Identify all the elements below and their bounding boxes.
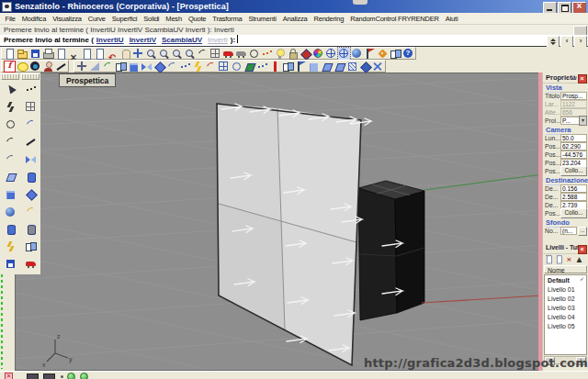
status-red-icon[interactable] [5, 373, 13, 379]
orient-surface-icon[interactable] [166, 61, 178, 72]
command-option-invertiu[interactable]: InvertiU [96, 36, 124, 44]
arc-tool-icon[interactable] [5, 136, 17, 148]
status-window-1-icon[interactable] [27, 373, 39, 379]
sfondo-browse-button[interactable]: ... [578, 227, 587, 236]
command-option-inverti-dim[interactable]: Inverti [208, 36, 228, 44]
render-cone-icon[interactable] [300, 48, 311, 60]
render-eye-icon[interactable] [29, 61, 41, 72]
orbit-view-icon[interactable] [248, 48, 260, 60]
circle-tool-icon[interactable] [5, 118, 17, 130]
copy-objects-icon[interactable] [115, 61, 127, 72]
curve-tool-icon[interactable] [5, 153, 17, 165]
restore-button[interactable] [558, 2, 571, 14]
cage-grid-icon[interactable] [218, 61, 230, 72]
menu-item-curve[interactable]: Curve [85, 15, 108, 23]
close-button[interactable] [572, 2, 586, 14]
render-sphere-icon[interactable] [351, 48, 363, 60]
scroll-right-button[interactable] [576, 357, 586, 365]
taper-column-icon[interactable] [269, 61, 281, 72]
open-file-icon[interactable] [17, 48, 28, 60]
select-arrow-icon[interactable] [5, 84, 17, 95]
rotate-3d-icon[interactable] [153, 61, 165, 72]
menu-item-analizza[interactable]: Analizza [279, 15, 311, 23]
menu-item-solidi[interactable]: Solidi [141, 15, 163, 23]
project-points-icon[interactable] [179, 61, 191, 72]
toolbar-grip-1[interactable] [1, 73, 19, 80]
layer-row[interactable]: Livello 05 [545, 321, 586, 330]
menu-item-strumenti[interactable]: Strumenti [245, 15, 279, 23]
menu-item-randomcontrol-fryrender[interactable]: RandomControl FRYRENDER [347, 15, 443, 23]
color-wheel-icon[interactable] [312, 48, 324, 60]
status-green-1-icon[interactable] [67, 373, 75, 379]
plane-tool-icon[interactable] [5, 171, 17, 183]
pencil-line-icon[interactable] [55, 61, 67, 72]
command-line[interactable]: Premere Invio al termine (InvertiUInvert… [0, 35, 588, 47]
arc-3pt-tool-icon[interactable] [25, 118, 37, 130]
shear-1-icon[interactable] [321, 61, 333, 72]
diamond-tool-icon[interactable] [25, 188, 37, 200]
cylinder-tool-icon[interactable] [5, 223, 17, 235]
viewport-layout-icon[interactable] [209, 48, 221, 60]
sphere-tool-icon[interactable] [5, 206, 17, 217]
dest-x-value[interactable]: 0.156 [560, 184, 587, 193]
curve-flow-icon[interactable] [205, 61, 217, 72]
dest-y-value[interactable]: 2.588 [560, 193, 587, 201]
duplicate-layer-icon[interactable] [555, 255, 564, 264]
smash-tool-icon[interactable] [359, 61, 371, 72]
properties-close-button[interactable] [578, 74, 587, 84]
camera-x-value[interactable]: 62.290 [560, 142, 587, 150]
zoom-selected-icon[interactable] [184, 48, 196, 60]
scroll-left-button[interactable] [545, 357, 555, 365]
flow-flag-icon[interactable] [295, 61, 307, 72]
menu-item-trasforma[interactable]: Trasforma [209, 15, 245, 23]
menu-item-rendering[interactable]: Rendering [311, 15, 347, 23]
layer-row[interactable]: Livello 03 [545, 303, 586, 312]
lightbulb-icon[interactable] [274, 48, 286, 60]
boolean-tool-icon[interactable] [25, 240, 37, 252]
shade-mode-icon[interactable] [235, 48, 247, 60]
fryrender-badge-icon[interactable] [4, 61, 16, 72]
scale-2d-icon[interactable] [243, 61, 255, 72]
command-option-invertiv[interactable]: InvertiV [130, 36, 156, 44]
boolean-union-icon[interactable] [128, 61, 140, 72]
fillet-corner-tool-icon[interactable] [25, 206, 37, 217]
box-edit-icon[interactable] [308, 61, 320, 72]
delete-layer-icon[interactable] [565, 255, 574, 264]
render-globe-icon[interactable] [325, 48, 337, 60]
rotate-view-icon[interactable] [197, 48, 209, 60]
zoom-dynamic-icon[interactable] [158, 48, 170, 60]
camera-place-button[interactable]: Collo... [560, 166, 587, 176]
menu-item-file[interactable]: File [2, 15, 18, 23]
cylinder-solid-tool-icon[interactable] [25, 171, 37, 183]
array-rect-icon[interactable] [256, 61, 268, 72]
copy-view-icon[interactable] [55, 48, 67, 60]
layers-column-header[interactable]: Nome [544, 265, 587, 273]
print-icon[interactable] [42, 48, 54, 60]
status-green-2-icon[interactable] [80, 373, 88, 379]
undo-icon[interactable] [107, 48, 119, 60]
layer-row[interactable]: Livello 01 [545, 284, 586, 294]
perspective-viewport[interactable]: z y x [15, 72, 542, 371]
copy-boxes-icon[interactable] [282, 61, 294, 72]
hatch-squish-icon[interactable] [346, 61, 358, 72]
pan-view-icon[interactable] [119, 48, 131, 60]
move-points-icon[interactable] [76, 61, 88, 72]
menu-item-mesh[interactable]: Mesh [163, 15, 186, 23]
new-document-icon[interactable] [4, 48, 16, 60]
orient-triangle-icon[interactable] [89, 61, 101, 72]
options-gear-icon[interactable] [377, 48, 389, 60]
polyline-tool-icon[interactable] [5, 101, 17, 113]
panel-grip-dots[interactable] [569, 76, 578, 79]
sfondo-value[interactable]: (n... [560, 227, 577, 235]
toolbar-grip-2[interactable] [21, 73, 40, 80]
freeform-tool-icon[interactable] [25, 136, 37, 148]
window-cascade-icon[interactable] [390, 48, 401, 60]
mirror-tool-icon[interactable] [141, 61, 153, 72]
layer-row[interactable]: Livello 04 [545, 312, 586, 321]
lock-objects-icon[interactable] [287, 48, 299, 60]
box-tool-icon[interactable] [5, 188, 17, 200]
viewport-canvas[interactable]: z y x [15, 72, 542, 371]
zoom-icon[interactable] [145, 48, 157, 60]
pipe-tool-icon[interactable] [25, 223, 37, 235]
fillet-tool-icon[interactable] [5, 240, 17, 252]
